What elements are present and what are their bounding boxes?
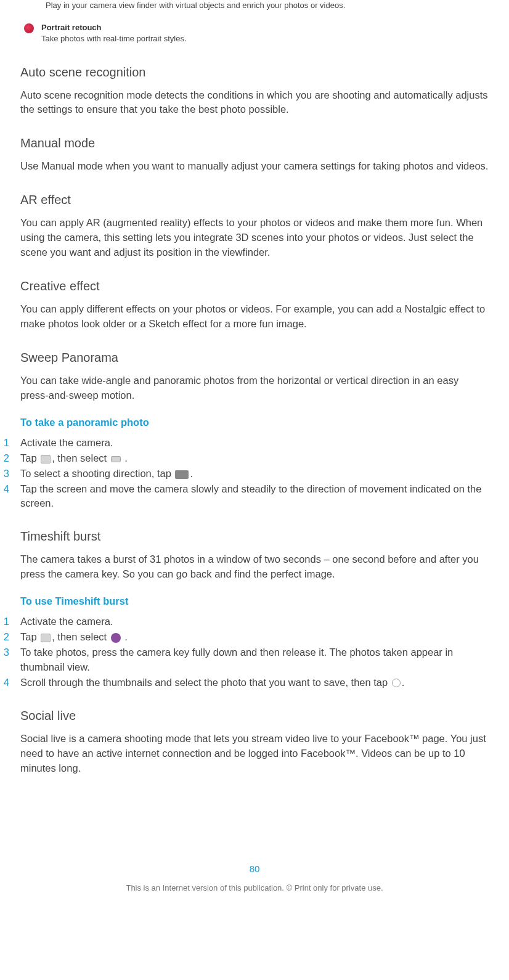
intro-text: Play in your camera view finder with vir… — [46, 0, 489, 11]
step-item: 1 Activate the camera. — [20, 436, 489, 450]
step-number: 4 — [2, 676, 9, 690]
portrait-retouch-icon — [24, 23, 34, 33]
footer-text: This is an Internet version of this publ… — [20, 883, 489, 894]
procedure-heading-panoramic: To take a panoramic photo — [20, 415, 489, 430]
camera-mode-icon — [41, 634, 51, 642]
heading-timeshift-burst: Timeshift burst — [20, 528, 489, 545]
heading-sweep-panorama: Sweep Panorama — [20, 349, 489, 366]
procedure-heading-timeshift: To use Timeshift burst — [20, 594, 489, 608]
step-text: To take photos, press the camera key ful… — [20, 645, 489, 674]
step-text: Tap the screen and move the camera slowl… — [20, 482, 489, 510]
body-manual-mode: Use Manual mode when you want to manuall… — [20, 159, 489, 174]
panorama-icon — [111, 456, 121, 462]
step-text: Activate the camera. — [20, 436, 489, 450]
body-creative-effect: You can apply different effects on your … — [20, 302, 489, 332]
step-number: 3 — [2, 645, 9, 659]
step-item: 2 Tap , then select . — [20, 451, 489, 465]
step-text: Scroll through the thumbnails and select… — [20, 676, 489, 690]
body-timeshift-burst: The camera takes a burst of 31 photos in… — [20, 552, 489, 582]
step-item: 1 Activate the camera. — [20, 615, 489, 629]
body-social-live: Social live is a camera shooting mode th… — [20, 732, 489, 776]
step-text: Tap , then select . — [20, 451, 489, 465]
step-number: 1 — [2, 615, 9, 629]
heading-auto-scene: Auto scene recognition — [20, 63, 489, 81]
step-item: 4 Tap the screen and move the camera slo… — [20, 482, 489, 510]
step-item: 3 To select a shooting direction, tap . — [20, 467, 489, 481]
step-number: 3 — [2, 467, 9, 481]
camera-mode-icon — [41, 455, 51, 463]
feature-portrait-retouch: Portrait retouch Take photos with real-t… — [20, 22, 489, 44]
step-text: To select a shooting direction, tap . — [20, 467, 489, 481]
step-item: 3 To take photos, press the camera key f… — [20, 645, 489, 674]
step-number: 2 — [2, 630, 9, 644]
step-item: 2 Tap , then select . — [20, 630, 489, 644]
body-auto-scene: Auto scene recognition mode detects the … — [20, 88, 489, 118]
save-check-icon — [392, 679, 401, 687]
step-text: Activate the camera. — [20, 615, 489, 629]
timeshift-icon — [111, 633, 121, 643]
heading-ar-effect: AR effect — [20, 191, 489, 208]
step-text: Tap , then select . — [20, 630, 489, 644]
step-number: 2 — [2, 451, 9, 465]
step-item: 4 Scroll through the thumbnails and sele… — [20, 676, 489, 690]
heading-social-live: Social live — [20, 707, 489, 724]
steps-panoramic: 1 Activate the camera. 2 Tap , then sele… — [20, 436, 489, 510]
step-number: 1 — [2, 436, 9, 450]
feature-desc: Take photos with real-time portrait styl… — [41, 33, 489, 44]
steps-timeshift: 1 Activate the camera. 2 Tap , then sele… — [20, 615, 489, 689]
body-sweep-panorama: You can take wide-angle and panoramic ph… — [20, 374, 489, 403]
step-number: 4 — [2, 482, 9, 496]
page-number: 80 — [20, 862, 489, 875]
direction-arrow-icon — [175, 470, 189, 479]
feature-title: Portrait retouch — [41, 22, 489, 33]
heading-creative-effect: Creative effect — [20, 277, 489, 295]
body-ar-effect: You can apply AR (augmented reality) eff… — [20, 216, 489, 260]
heading-manual-mode: Manual mode — [20, 134, 489, 152]
